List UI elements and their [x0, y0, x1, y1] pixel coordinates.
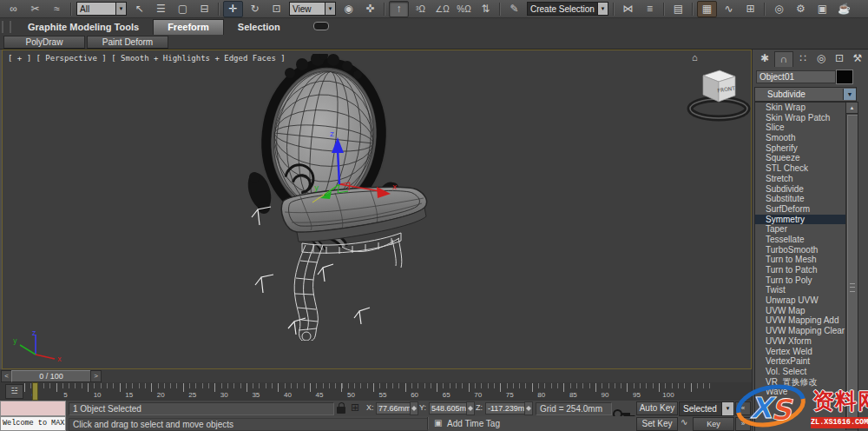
selection-lock-icon[interactable] — [337, 407, 345, 414]
modifier-item[interactable]: UVW Xform — [755, 336, 858, 347]
select-and-move-icon[interactable]: ✛ — [223, 1, 243, 17]
modifier-item[interactable]: Subdivide — [755, 184, 858, 195]
chevron-down-icon[interactable]: ▼ — [115, 3, 126, 15]
percent-snap-icon[interactable]: %Ω — [454, 1, 474, 17]
select-and-link-icon[interactable]: ∞ — [3, 1, 23, 17]
named-selection-set-dropdown[interactable]: Create Selection Se▼ — [527, 2, 608, 16]
render-setup-icon[interactable]: ⚙ — [791, 1, 811, 17]
spinner-snap-icon[interactable]: ⇅ — [476, 1, 496, 17]
time-slider-handle[interactable]: 0 / 100 — [11, 370, 91, 382]
utilities-tab-icon[interactable]: ⚒ — [849, 51, 866, 66]
rendered-frame-window-icon[interactable]: ▣ — [812, 1, 832, 17]
selection-filter-dropdown[interactable]: All▼ — [76, 2, 127, 16]
reference-coordinate-dropdown[interactable]: View▼ — [289, 2, 336, 16]
modifier-item[interactable]: Turn to Mesh — [755, 255, 858, 265]
maxscript-mini-listener[interactable] — [0, 401, 66, 416]
unlink-selection-icon[interactable]: ✂ — [25, 1, 45, 17]
ribbon-tab-freeform[interactable]: Freeform — [153, 19, 224, 35]
angle-snap-icon[interactable]: ∠Ω — [432, 1, 452, 17]
graphite-ribbon-toggle-icon[interactable]: ▦ — [697, 1, 717, 17]
z-spinner[interactable] — [524, 401, 533, 415]
modifier-item[interactable]: Skin Wrap Patch — [755, 113, 858, 123]
use-pivot-point-icon[interactable]: ◉ — [339, 1, 358, 17]
next-frame-button[interactable]: > — [90, 370, 102, 382]
ribbon-tab-selection[interactable]: Selection — [224, 20, 294, 35]
time-tag-icon[interactable]: ▣ — [434, 418, 442, 428]
object-color-swatch[interactable] — [836, 70, 853, 84]
ribbon-minimize-icon[interactable] — [313, 22, 329, 30]
set-key-button[interactable]: Set Key — [636, 417, 678, 431]
modifier-dropdown[interactable]: Subdivide ▼ — [754, 87, 857, 102]
chevron-down-icon[interactable]: ▼ — [325, 3, 335, 15]
modifier-item[interactable]: Symmetry — [755, 215, 858, 225]
modifier-item[interactable]: Substitute — [755, 194, 858, 204]
modifier-item[interactable]: Smooth — [755, 133, 858, 143]
y-coord-field[interactable]: 548.605mm — [429, 402, 469, 414]
chair-legs-wireframe[interactable] — [294, 233, 402, 341]
curve-editor-icon[interactable]: ∿ — [719, 1, 739, 17]
add-time-tag[interactable]: Add Time Tag — [447, 419, 500, 428]
modifier-item[interactable]: STL Check — [755, 163, 858, 174]
bind-to-space-warp-icon[interactable]: ≈ — [47, 1, 67, 17]
rectangular-selection-region-icon[interactable]: ▢ — [173, 1, 193, 17]
time-slider-track[interactable]: < 0 / 100 > — [0, 369, 752, 383]
render-production-icon[interactable]: ☕ — [834, 1, 854, 17]
modifier-item[interactable]: Twist — [755, 285, 858, 295]
modifier-item[interactable]: Squeeze — [755, 153, 858, 163]
modifier-item[interactable]: Stretch — [755, 174, 858, 184]
viewcube[interactable]: FRONT — [683, 63, 754, 125]
hierarchy-tab-icon[interactable]: ∷ — [794, 51, 812, 66]
modifier-item[interactable]: Taper — [755, 224, 858, 235]
x-coord-field[interactable]: 77.66mm — [376, 402, 412, 414]
chevron-down-icon[interactable]: ▼ — [597, 3, 608, 15]
window-crossing-icon[interactable]: ⊟ — [194, 1, 214, 17]
mirror-icon[interactable]: ⋈ — [618, 1, 638, 17]
ribbon-tab-graphite-modeling-tools[interactable]: Graphite Modeling Tools — [14, 20, 153, 35]
display-tab-icon[interactable]: ⊡ — [831, 51, 848, 66]
chevron-down-icon[interactable]: ▼ — [843, 89, 856, 100]
modifier-item[interactable]: Turn to Patch — [755, 265, 858, 275]
schematic-view-icon[interactable]: ⊞ — [740, 1, 760, 17]
z-coord-field[interactable]: -117.239mm — [485, 402, 527, 414]
object-name-field[interactable]: Object01 — [756, 70, 836, 83]
snap-toggle-3d-icon[interactable]: ³Ω — [411, 1, 431, 17]
create-tab-icon[interactable]: ✱ — [756, 51, 773, 66]
modifier-item[interactable]: Vertex Weld — [755, 347, 858, 357]
track-bar[interactable]: ☳ 05101520253035404550556065707580859095… — [0, 382, 752, 401]
align-icon[interactable]: ≡ — [640, 1, 660, 17]
select-and-manipulate-icon[interactable]: ✜ — [360, 1, 380, 17]
modifier-item[interactable]: UVW Mapping Clear — [755, 326, 858, 336]
modifier-item[interactable]: VertexPaint — [755, 356, 858, 367]
x-spinner[interactable] — [410, 401, 418, 415]
edit-named-selections-icon[interactable]: ✎ — [504, 1, 524, 17]
maxscript-listener[interactable]: Welcome to MAXS — [0, 416, 66, 431]
perspective-viewport[interactable]: [ + ] [ Perspective ] [ Smooth + Highlig… — [2, 50, 752, 369]
modifier-item[interactable]: UVW Mapping Add — [755, 315, 858, 326]
ribbon-subtab-paint-deform[interactable]: Paint Deform — [87, 36, 168, 49]
keyboard-override-icon[interactable]: ↑ — [389, 1, 409, 17]
current-frame-marker[interactable] — [32, 382, 38, 401]
motion-tab-icon[interactable]: ◎ — [812, 51, 830, 66]
modifier-item[interactable]: Turn to Poly — [755, 275, 858, 286]
select-by-name-icon[interactable]: ☰ — [151, 1, 171, 17]
select-and-rotate-icon[interactable]: ↻ — [245, 1, 265, 17]
modifier-item[interactable]: UVW Map — [755, 306, 858, 316]
modifier-item[interactable]: Unwrap UVW — [755, 295, 858, 306]
auto-key-button[interactable]: Auto Key — [636, 401, 678, 415]
modify-tab-icon[interactable]: ∩ — [774, 51, 793, 67]
viewcube-home-icon[interactable]: ⌂ — [692, 52, 698, 63]
modifier-item[interactable]: Slice — [755, 123, 858, 133]
modifier-item[interactable]: Tessellate — [755, 235, 858, 245]
material-editor-icon[interactable]: ◎ — [769, 1, 789, 17]
key-mode-curve-icon[interactable]: ∿ — [681, 417, 687, 427]
modifier-item[interactable]: Skin Wrap — [755, 103, 858, 113]
chair-seat[interactable] — [281, 187, 426, 242]
modifier-item[interactable]: Vol. Select — [755, 367, 858, 377]
modifier-item[interactable]: SurfDeform — [755, 204, 858, 215]
scroll-up-icon[interactable]: ▲ — [846, 103, 858, 114]
layer-manager-icon[interactable]: ▤ — [668, 1, 688, 17]
ribbon-grip[interactable] — [2, 21, 11, 33]
y-spinner[interactable] — [466, 401, 475, 415]
absolute-offset-toggle-icon[interactable]: ⊞ — [351, 401, 359, 414]
select-and-scale-icon[interactable]: ⊡ — [266, 1, 286, 17]
